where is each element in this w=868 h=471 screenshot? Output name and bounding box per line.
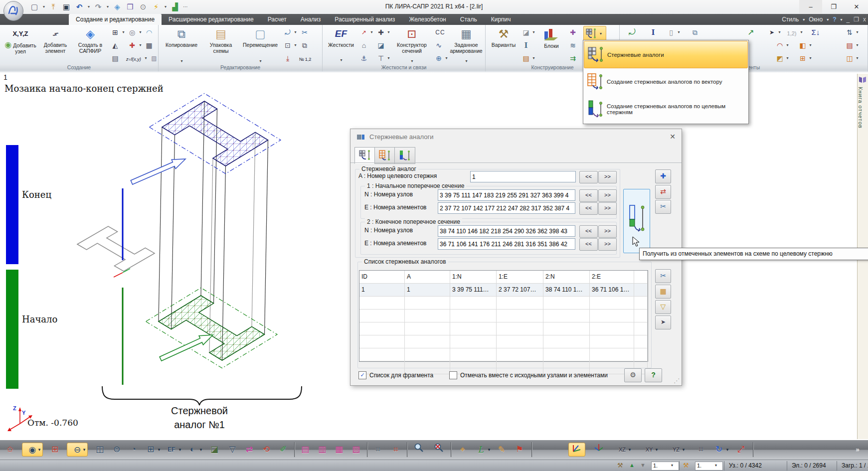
updown-dropdown-icon[interactable]: ▾ [855,30,860,35]
col-header-a[interactable]: A [405,271,450,284]
load-combo-dropdown-icon[interactable]: ▾ [715,463,717,468]
cylinder-icon[interactable]: ◎ [127,27,138,38]
mirror-icon[interactable]: ⊡ [282,40,293,51]
frame-gray-icon[interactable]: ⌗ [371,443,385,457]
poly-select-icon[interactable]: ✩ [3,443,17,457]
diagonal-elements-dropdown-icon[interactable]: ▾ [198,447,203,452]
filter-list-button[interactable]: ▽ [655,300,671,314]
variants-button[interactable]: ⚒ Варианты [489,26,519,48]
start-elements-prev-button[interactable]: << [579,202,598,215]
mirror-dropdown-icon[interactable]: ▾ [293,43,298,48]
add-node-button[interactable]: X,Y,Z ◉ Добавить узел [4,26,37,54]
dialog-tab-by-vector[interactable] [374,147,395,164]
dialog-tab-analogs[interactable] [354,147,375,164]
style-menu[interactable]: Стиль [782,16,799,23]
confirm-box-icon[interactable]: ▤ [298,443,312,457]
hinges-icon[interactable]: ↗ [358,27,369,38]
rsu-icon[interactable]: ◩ [774,53,785,64]
ef-elements-dropdown-icon[interactable]: ▾ [177,447,182,452]
bottle-dropdown-icon[interactable]: ▾ [677,30,681,35]
end-nodes-prev-button[interactable]: << [579,225,598,238]
bar-analogs-dropdown-icon[interactable]: ▾ [600,31,602,36]
window-dropdown-icon[interactable]: ▾ [827,17,829,22]
brick-icon[interactable]: ▤ [521,53,531,64]
status-tool-icon[interactable]: ⚒ [617,462,623,469]
brick-dropdown-icon[interactable]: ▾ [531,56,536,61]
move-node-dropdown-icon[interactable]: ▾ [138,43,143,48]
apply-button[interactable]: ⚙ [624,368,642,382]
cut-analog-button[interactable]: ✂ [655,200,671,214]
tab-analysis[interactable]: Анализ [294,14,328,25]
start-elements-input[interactable] [438,202,575,214]
dialog-close-icon[interactable]: ✕ [670,133,676,141]
select-box-icon[interactable]: ▧ [349,443,363,457]
concrete-cube-icon[interactable]: ◪ [521,27,531,38]
move-node-icon[interactable]: ✚ [127,40,138,51]
bridge-dropdown-icon[interactable]: ▾ [785,43,790,48]
load-combo[interactable]: 1. [695,462,723,471]
toolbar-overflow-icon[interactable]: » [851,443,865,457]
view-xy-dropdown-icon[interactable]: ▾ [654,447,659,452]
restore-box-icon[interactable]: ▥ [315,443,329,457]
target-bar-input[interactable] [470,171,576,182]
menu-item-analogs-by-vector[interactable]: Создание стержневых аналогов по вектору [584,68,747,95]
col-header-id[interactable]: ID [359,271,405,284]
status-down-icon[interactable]: ▼ [640,462,646,468]
size-l-icon[interactable]: L [474,443,488,457]
section-builder-button[interactable]: ⊡ Конструктор сечений ▾ [392,26,431,54]
surface-fxy-icon[interactable]: z=f(x,y) [123,54,145,65]
dome-icon[interactable]: ◠ [144,27,155,38]
blocks-button[interactable]: Блоки [537,26,565,49]
invert-selection-icon[interactable]: ⇄ [242,443,256,457]
table-row-cell[interactable]: 2 37 72 107… [497,284,543,297]
plate-icon[interactable]: ◪ [375,40,386,51]
swap-sections-button[interactable]: ⇄ [655,185,671,199]
end-elements-next-button[interactable]: >> [598,238,617,251]
column-i-icon[interactable]: I [648,27,659,38]
col-header-2e[interactable]: 2:E [590,271,634,284]
col-header-2n[interactable]: 2:N [543,271,590,284]
zoom-cancel-icon[interactable] [432,443,446,457]
mark-with-source-checkbox[interactable] [449,371,457,379]
tab-advanced-edit[interactable]: Расширенное редактирование [162,14,261,25]
start-elements-next-button[interactable]: >> [598,202,617,215]
needle-add-icon[interactable]: ✚ [567,27,578,38]
select-nodes-dropdown-icon[interactable]: ▾ [37,447,42,452]
xyz-triad-icon[interactable] [590,443,607,457]
mesh-icon[interactable]: ▦ [144,40,155,51]
rotate-view-icon[interactable]: ↻ [712,443,726,457]
dashed-grid-icon[interactable]: ▨ [149,53,160,64]
bridge-icon[interactable]: ◠ [774,40,785,51]
frame-red-icon[interactable]: ⌗ [389,443,403,457]
pack-scheme-button[interactable]: ▤ Упаковка схемы [201,26,240,54]
table-rows-icon[interactable]: ▤ [844,40,855,51]
grid-elements-dropdown-icon[interactable]: ▾ [157,447,162,452]
frame-rod-dropdown-icon[interactable]: ▾ [121,30,126,35]
cc-icon[interactable]: CC [433,27,447,38]
spring-icon[interactable]: ∿ [433,40,444,51]
pin-dropdown-icon[interactable]: ▾ [386,30,391,35]
help-dropdown-icon[interactable]: ▾ [841,17,843,22]
tab-brick[interactable]: Кирпич [484,14,518,25]
tee-node-dropdown-icon[interactable]: ▾ [386,56,391,61]
select-on-scheme-button[interactable]: ➤ [655,315,671,329]
move-button[interactable]: ▢ Перемещение ▾ [241,26,279,48]
pack-list-button[interactable]: ▦ [655,285,671,299]
table-row-cell[interactable]: 3 39 75 111… [450,284,497,297]
dialog-tab-by-target[interactable] [394,147,415,164]
table-rows-dropdown-icon[interactable]: ▾ [855,43,860,48]
select-elements-dropdown-icon[interactable]: ▾ [82,447,87,452]
dialog-title-bar[interactable]: Стержневые аналоги ✕ [350,129,682,145]
lasso-icon[interactable]: ⟲ [259,443,273,457]
vertical-elements-icon[interactable]: ◫ [93,443,107,457]
frame-rod-icon[interactable]: ⊞ [110,27,121,38]
copy-props-icon[interactable]: ⧉ [690,27,700,38]
ground-icon[interactable]: ⊕ [433,53,444,64]
hanger-icon[interactable]: ⚓ [358,53,369,64]
vector-icon[interactable]: ↗ [745,27,756,38]
dialog-help-button[interactable]: ? [645,368,662,382]
block-3d-icon[interactable]: ◪ [207,443,221,457]
start-nodes-input[interactable] [438,189,575,201]
select-cursor-icon[interactable]: ➤ [766,27,777,38]
plus-squares-dropdown-icon[interactable]: ▾ [808,56,813,61]
